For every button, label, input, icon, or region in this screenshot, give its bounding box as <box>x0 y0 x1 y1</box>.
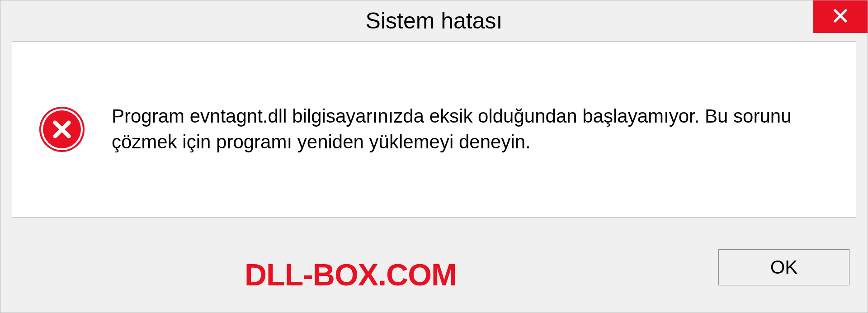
error-dialog: Sistem hatası Program evntagnt.dll bilgi… <box>0 0 868 313</box>
titlebar: Sistem hatası <box>0 0 868 41</box>
watermark-text: DLL-BOX.COM <box>245 257 457 292</box>
error-icon <box>39 107 85 152</box>
content-panel: Program evntagnt.dll bilgisayarınızda ek… <box>12 41 856 218</box>
error-message: Program evntagnt.dll bilgisayarınızda ek… <box>112 104 829 155</box>
dialog-title: Sistem hatası <box>366 8 503 34</box>
ok-button[interactable]: OK <box>718 249 849 285</box>
close-icon <box>832 8 849 26</box>
close-button[interactable] <box>813 0 868 33</box>
dialog-footer: DLL-BOX.COM OK <box>0 231 868 313</box>
